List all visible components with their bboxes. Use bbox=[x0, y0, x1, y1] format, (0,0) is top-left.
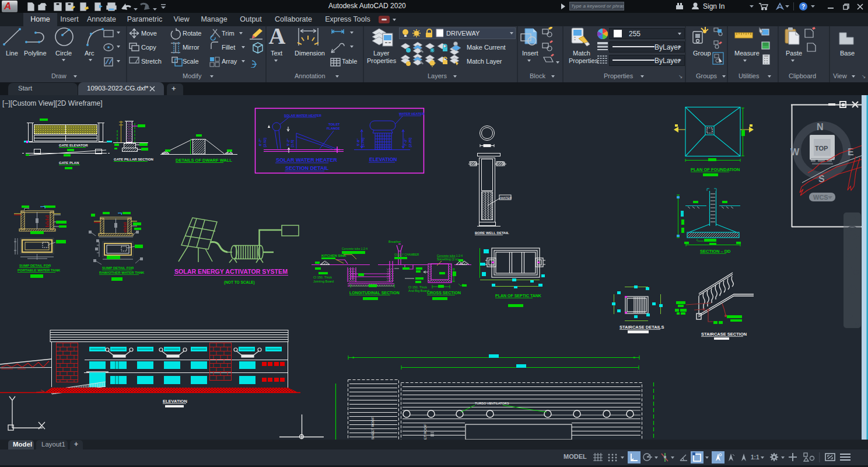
svg-text:Breather: Breather bbox=[388, 240, 401, 243]
svg-text:And Big Board: And Big Board bbox=[408, 289, 429, 292]
svg-text:Sign In: Sign In bbox=[703, 2, 724, 11]
svg-text:SOLAR WATER HEATER: SOLAR WATER HEATER bbox=[276, 157, 337, 163]
svg-text:WATER: WATER bbox=[501, 196, 512, 200]
svg-text:PLAN OF SEPTIC TANK: PLAN OF SEPTIC TANK bbox=[495, 294, 541, 298]
svg-text:TURBO VENTILATORS: TURBO VENTILATORS bbox=[475, 402, 509, 405]
svg-text:ET ROOF: ET ROOF bbox=[424, 424, 427, 440]
svg-text:PORTABLE WATER TANK: PORTABLE WATER TANK bbox=[18, 269, 61, 272]
svg-text:?: ? bbox=[802, 4, 805, 10]
svg-text:ELEVATION: ELEVATION bbox=[163, 399, 187, 404]
svg-text:ELEVATION: ELEVATION bbox=[369, 156, 397, 162]
svg-text:[1.75]: [1.75] bbox=[361, 138, 365, 147]
svg-text:CROSS SECTION: CROSS SECTION bbox=[427, 291, 461, 295]
svg-text:5'-9": 5'-9" bbox=[356, 138, 360, 146]
svg-text:Jointing Board: Jointing Board bbox=[313, 280, 334, 283]
svg-text:LONGITUDINAL SECTION: LONGITUDINAL SECTION bbox=[349, 291, 400, 295]
svg-text:KITCHEN SINK: KITCHEN SINK bbox=[321, 254, 346, 257]
svg-text:Concrete tube 1:2:4: Concrete tube 1:2:4 bbox=[342, 247, 368, 250]
svg-text:GATE PILLAR SECTION: GATE PILLAR SECTION bbox=[114, 158, 153, 161]
svg-text:SECTION DETAIL: SECTION DETAIL bbox=[285, 165, 329, 171]
svg-text:7'-3": 7'-3" bbox=[404, 138, 407, 146]
svg-text:(NOT TO SCALE): (NOT TO SCALE) bbox=[224, 280, 255, 285]
svg-text:BORE WELL DETAIL: BORE WELL DETAIL bbox=[475, 231, 509, 235]
svg-text:GATE ELEVATOR: GATE ELEVATOR bbox=[59, 144, 88, 147]
svg-text:SUMP DETAIL FOR: SUMP DETAIL FOR bbox=[102, 266, 134, 270]
svg-text:TOILET: TOILET bbox=[328, 123, 340, 126]
svg-text:GATE PLAN: GATE PLAN bbox=[59, 161, 79, 165]
svg-text:WCS: WCS bbox=[813, 194, 828, 201]
svg-text:SECTION – DD: SECTION – DD bbox=[700, 249, 731, 254]
svg-text:GULLY CHAMBER: GULLY CHAMBER bbox=[394, 253, 419, 256]
svg-text:[2.02]: [2.02] bbox=[263, 138, 267, 147]
svg-text:6'-7": 6'-7" bbox=[258, 138, 262, 146]
svg-text:STAIRCASE SECTION: STAIRCASE SECTION bbox=[701, 332, 747, 337]
svg-text:Something (2 m): Something (2 m) bbox=[437, 257, 459, 261]
svg-text:5'-2": 5'-2" bbox=[286, 138, 290, 146]
svg-text:PLAN OF FOUNDATION: PLAN OF FOUNDATION bbox=[691, 167, 740, 172]
svg-text:Cl 150, Thick: Cl 150, Thick bbox=[313, 276, 332, 279]
svg-text:SOLAR WATER HEATER: SOLAR WATER HEATER bbox=[284, 114, 321, 117]
svg-text:[1.5]: [1.5] bbox=[290, 140, 294, 147]
svg-text:FLANGE: FLANGE bbox=[327, 127, 340, 130]
svg-text:SHEET ROOF: SHEET ROOF bbox=[371, 417, 374, 440]
svg-text:DETAILS OF DWARF WALL: DETAILS OF DWARF WALL bbox=[176, 158, 232, 163]
svg-text:W: W bbox=[790, 147, 800, 157]
svg-text:RAW/OTHER WATER TANK: RAW/OTHER WATER TANK bbox=[99, 271, 145, 274]
svg-text:TOP: TOP bbox=[815, 145, 828, 152]
svg-text:[−][Custom View][2D Wireframe]: [−][Custom View][2D Wireframe] bbox=[2, 99, 103, 107]
svg-text:WATER HEATER: WATER HEATER bbox=[399, 112, 424, 116]
svg-text:N: N bbox=[817, 122, 824, 132]
svg-text:STAIRCASE DETAILS: STAIRCASE DETAILS bbox=[620, 325, 664, 330]
svg-text:SUMP DETAIL FOR: SUMP DETAIL FOR bbox=[19, 264, 51, 267]
svg-text:SOLAR ENERGY ACTIVATOR SYSTEM: SOLAR ENERGY ACTIVATOR SYSTEM bbox=[174, 268, 288, 275]
svg-text:[2.25]: [2.25] bbox=[408, 138, 412, 147]
svg-text:1:1: 1:1 bbox=[751, 454, 760, 461]
